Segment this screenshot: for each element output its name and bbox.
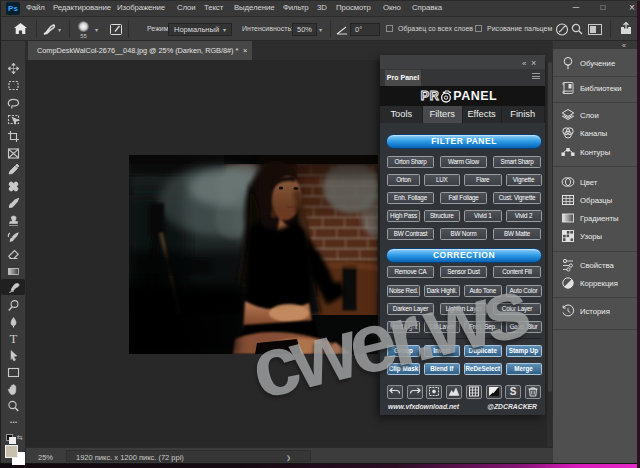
- svg-text:T: T: [9, 332, 17, 345]
- svg-text:S: S: [510, 386, 517, 397]
